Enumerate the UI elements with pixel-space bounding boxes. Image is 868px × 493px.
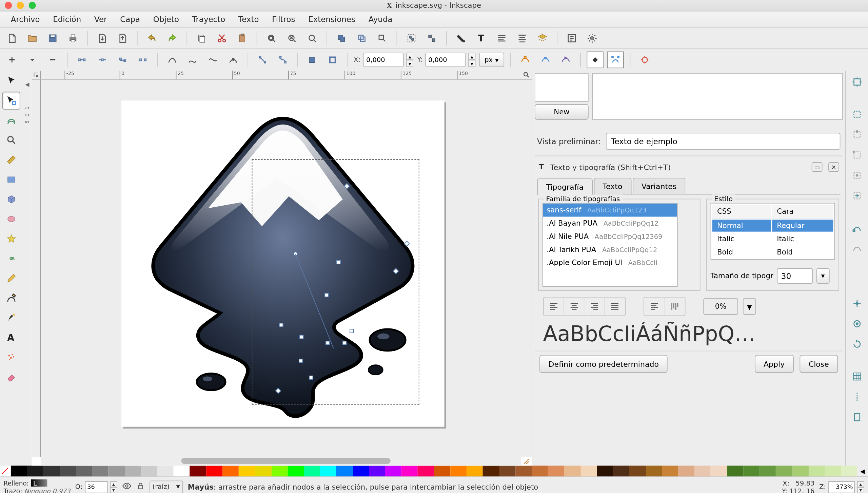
color-swatch[interactable] [288,466,304,476]
visibility-icon[interactable] [122,481,132,493]
maximize-window-icon[interactable] [29,2,36,9]
color-swatch[interactable] [27,466,43,476]
close-window-icon[interactable] [5,2,12,9]
zoom-tool-icon[interactable] [2,131,20,149]
color-swatch[interactable] [792,466,808,476]
coord-x-spinner[interactable]: ▲▼ [406,53,413,67]
color-swatch[interactable] [385,466,401,476]
node-symmetric-icon[interactable] [204,52,221,68]
menu-trayecto[interactable]: Trayecto [186,12,231,26]
menu-ver[interactable]: Ver [88,12,113,26]
color-swatch[interactable] [532,466,548,476]
font-row[interactable]: .Al Nile PUAAaBbCcIiPpQq12369 [543,230,677,243]
edit-clip-icon[interactable] [517,52,533,68]
color-swatch[interactable] [157,466,174,476]
show-transform-handles-icon[interactable] [636,52,653,68]
spiral-tool-icon[interactable] [2,250,20,268]
new-document-icon[interactable] [4,30,20,46]
show-outline-icon[interactable] [607,52,624,68]
group-icon[interactable] [403,30,420,46]
lock-icon[interactable] [136,482,145,492]
menu-edicion[interactable]: Edición [47,12,87,26]
fill-stroke-dialog-icon[interactable] [453,30,469,46]
duplicate-icon[interactable] [333,30,350,46]
calligraphy-tool-icon[interactable] [2,309,20,327]
color-swatch[interactable] [418,466,434,476]
color-swatch[interactable] [564,466,580,476]
color-swatch[interactable] [255,466,271,476]
color-swatch[interactable] [580,466,597,476]
preferences-icon[interactable] [584,30,600,46]
coord-y-spinner[interactable]: ▲▼ [468,53,475,67]
color-swatch[interactable] [694,466,711,476]
insert-node-dropdown-icon[interactable] [24,52,41,68]
snap-node-icon[interactable] [849,220,865,236]
ruler-vertical[interactable] [32,80,40,457]
import-icon[interactable] [94,30,111,46]
node-tool-icon[interactable] [2,92,20,110]
snap-path-icon[interactable] [849,241,865,256]
save-icon[interactable] [44,30,61,46]
font-list[interactable]: sans-serifAaBbCcIiPpQq123 .Al Bayan PUAA… [542,203,678,287]
node-handle-icon[interactable] [299,359,303,363]
color-swatch[interactable] [483,466,499,476]
zoom-drawing-icon[interactable] [283,30,300,46]
style-table[interactable]: CSSCara NormalRegular ItalicItalic BoldB… [711,203,835,260]
node-cusp-icon[interactable] [164,52,180,68]
node-handle-icon[interactable] [309,376,313,380]
font-row[interactable]: .Al Bayan PUAAaBbCcIiPpQq12 [543,217,677,230]
rect-tool-icon[interactable] [2,171,20,189]
node-handle-icon[interactable] [342,341,347,345]
redo-icon[interactable] [164,30,180,46]
snap-bbox-center-icon[interactable] [849,188,865,204]
selector-tool-icon[interactable] [2,72,20,90]
bezier-tool-icon[interactable] [2,289,20,307]
color-swatch[interactable] [841,466,857,476]
color-swatch[interactable] [727,466,743,476]
zoom-fit-icon[interactable] [263,30,280,46]
tweak-tool-icon[interactable] [2,111,20,129]
color-swatch[interactable] [450,466,467,476]
ruler-origin-icon[interactable] [32,71,40,79]
color-swatch[interactable] [760,466,776,476]
show-handles-icon[interactable] [587,52,604,68]
color-swatch[interactable] [206,466,222,476]
align-right-icon[interactable] [584,298,605,316]
node-handle-icon[interactable] [299,335,303,339]
color-swatch[interactable] [43,466,60,476]
join-segment-icon[interactable] [114,52,131,68]
coord-x-input[interactable] [363,53,404,67]
color-swatch[interactable] [190,466,206,476]
menu-capa[interactable]: Capa [114,12,146,26]
color-swatch[interactable] [776,466,792,476]
delete-node-icon[interactable] [44,52,61,68]
menu-ayuda[interactable]: Ayuda [362,12,398,26]
align-center-icon[interactable] [564,298,584,316]
scrollbar-vertical[interactable] [521,80,532,457]
snap-guide-icon[interactable] [849,389,865,405]
panel-minimize-icon[interactable]: ▭ [812,162,823,172]
break-node-icon[interactable] [74,52,90,68]
segment-line-icon[interactable] [254,52,271,68]
color-swatch[interactable] [353,466,369,476]
color-swatch[interactable] [499,466,515,476]
spray-tool-icon[interactable] [2,348,20,366]
delete-segment-icon[interactable] [135,52,151,68]
color-swatch[interactable] [548,466,564,476]
zoom-input[interactable] [828,481,855,493]
color-swatch[interactable] [174,466,190,476]
snap-rotation-icon[interactable] [849,336,865,352]
minimize-window-icon[interactable] [17,2,24,9]
font-row-sans-serif[interactable]: sans-serifAaBbCcIiPpQq123 [543,204,677,217]
unlink-clone-icon[interactable] [374,30,391,46]
color-swatch[interactable] [613,466,629,476]
text-vertical-icon[interactable] [665,298,685,316]
color-swatch[interactable] [711,466,727,476]
snap-center-icon[interactable] [849,316,865,331]
color-swatch[interactable] [825,466,841,476]
color-swatch[interactable] [141,466,157,476]
color-swatch[interactable] [808,466,825,476]
selectors-dialog-icon[interactable] [564,30,580,46]
node-handle-icon[interactable] [350,329,354,333]
color-swatch[interactable] [222,466,239,476]
